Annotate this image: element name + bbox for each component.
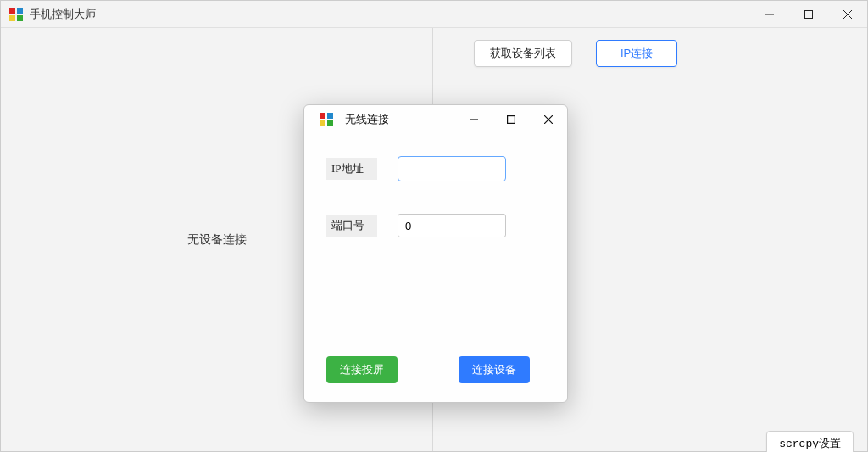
dialog-minimize-button[interactable] [455, 105, 492, 134]
minimize-button[interactable] [750, 1, 789, 28]
ip-address-input[interactable] [398, 156, 506, 181]
close-icon [544, 115, 553, 124]
main-window: 手机控制大师 无设备连接 获取设备列表 IP连接 scrcpy设置 [0, 0, 868, 452]
maximize-icon [804, 10, 813, 19]
port-input[interactable] [398, 214, 506, 237]
app-icon [9, 8, 23, 21]
svg-rect-0 [805, 10, 813, 18]
dialog-maximize-button[interactable] [492, 105, 530, 134]
ip-row: IP地址 [326, 156, 547, 181]
connect-mirror-button[interactable]: 连接投屏 [326, 356, 398, 383]
main-titlebar: 手机控制大师 [1, 1, 867, 28]
maximize-icon [507, 115, 515, 124]
minimize-icon [470, 115, 478, 124]
wireless-connect-dialog: 无线连接 IP地址 [303, 104, 568, 403]
close-button[interactable] [828, 1, 867, 28]
modal-overlay: 无线连接 IP地址 [1, 28, 867, 451]
port-row: 端口号 [326, 214, 547, 237]
maximize-button[interactable] [789, 1, 828, 28]
svg-rect-1 [508, 116, 515, 124]
dialog-actions: 连接投屏 连接设备 [326, 356, 530, 383]
window-title: 手机控制大师 [30, 7, 96, 22]
connect-device-button[interactable]: 连接设备 [459, 356, 530, 383]
dialog-app-icon [320, 113, 333, 126]
dialog-title: 无线连接 [345, 112, 389, 127]
ip-address-label: IP地址 [326, 158, 377, 180]
dialog-titlebar: 无线连接 [304, 105, 567, 134]
client-area: 无设备连接 获取设备列表 IP连接 scrcpy设置 无线连接 [1, 28, 867, 451]
dialog-body: IP地址 端口号 连接投屏 连接设备 [304, 134, 567, 402]
dialog-close-button[interactable] [530, 105, 567, 134]
port-label: 端口号 [326, 215, 377, 237]
minimize-icon [765, 10, 774, 19]
close-icon [843, 10, 852, 19]
